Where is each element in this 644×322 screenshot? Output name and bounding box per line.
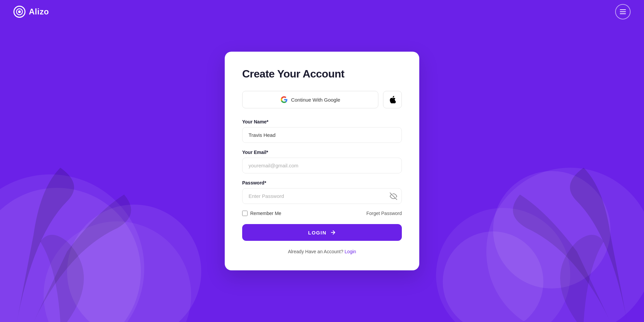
email-field-group: Your Email* xyxy=(242,150,402,173)
login-button-label: LOGIN xyxy=(308,230,327,235)
apple-icon xyxy=(389,96,396,103)
login-button[interactable]: LOGIN xyxy=(242,224,402,241)
navbar: Alizo xyxy=(0,0,644,23)
toggle-password-button[interactable] xyxy=(390,193,397,200)
google-icon xyxy=(280,96,288,103)
bottom-text: Already Have an Account? Login xyxy=(242,249,402,254)
remember-me-label: Remember Me xyxy=(250,211,281,216)
password-input[interactable] xyxy=(242,188,402,204)
svg-point-5 xyxy=(18,10,21,13)
forget-password-link[interactable]: Forget Password xyxy=(366,211,402,216)
eye-off-icon xyxy=(390,193,397,200)
apple-signin-button[interactable] xyxy=(383,91,402,108)
hamburger-icon xyxy=(620,9,626,14)
login-link[interactable]: Login xyxy=(344,249,356,254)
social-buttons: Continue With Google xyxy=(242,91,402,108)
remember-me-checkbox[interactable] xyxy=(242,211,248,216)
name-field-group: Your Name* xyxy=(242,119,402,143)
password-label: Password* xyxy=(242,180,402,185)
card-title: Create Your Account xyxy=(242,68,402,80)
arrow-right-icon xyxy=(330,229,336,235)
name-input[interactable] xyxy=(242,127,402,143)
already-account-text: Already Have an Account? xyxy=(288,249,343,254)
menu-button[interactable] xyxy=(615,4,631,19)
logo-text: Alizo xyxy=(29,7,49,16)
google-signin-button[interactable]: Continue With Google xyxy=(242,91,378,108)
email-input[interactable] xyxy=(242,158,402,173)
password-wrapper xyxy=(242,188,402,204)
logo-area: Alizo xyxy=(13,6,49,18)
name-label: Your Name* xyxy=(242,119,402,124)
password-field-group: Password* xyxy=(242,180,402,204)
google-button-label: Continue With Google xyxy=(291,97,340,103)
remember-left: Remember Me xyxy=(242,211,281,216)
main-content: Create Your Account Continue With Google xyxy=(0,0,644,322)
email-label: Your Email* xyxy=(242,150,402,155)
logo-icon xyxy=(13,6,25,18)
remember-row: Remember Me Forget Password xyxy=(242,211,402,216)
signup-card: Create Your Account Continue With Google xyxy=(225,52,419,270)
